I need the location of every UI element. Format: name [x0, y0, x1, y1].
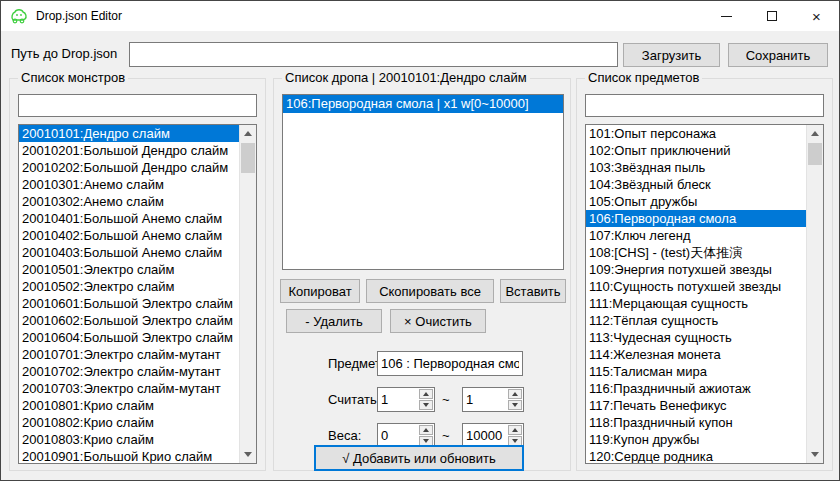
scrollbar-thumb[interactable] — [241, 143, 255, 173]
scroll-down-icon[interactable] — [240, 446, 256, 463]
count-min-stepper[interactable] — [377, 387, 435, 412]
item-label: Предмет: — [328, 356, 384, 371]
list-item[interactable]: 111:Мерцающая сущность — [586, 295, 806, 312]
item-search-input[interactable] — [585, 94, 824, 117]
list-item[interactable]: 20010803:Крио слайм — [19, 431, 239, 448]
close-icon: × — [812, 9, 821, 24]
minimize-icon — [721, 16, 732, 17]
list-item[interactable]: 114:Железная монета — [586, 346, 806, 363]
drop-group-title: Список дропа | 20010101:Дендро слайм — [282, 70, 530, 85]
scroll-down-icon[interactable] — [807, 446, 823, 463]
list-item[interactable]: 20010501:Электро слайм — [19, 261, 239, 278]
list-item[interactable]: 116:Праздничный ажиотаж — [586, 380, 806, 397]
spin-down-icon[interactable] — [508, 400, 522, 410]
list-item[interactable]: 105:Опыт дружбы — [586, 193, 806, 210]
weight-label: Веса: — [328, 428, 361, 443]
list-item[interactable]: 20010801:Крио слайм — [19, 397, 239, 414]
count-label: Считать — [328, 392, 377, 407]
list-item[interactable]: 110:Сущность потухшей звезды — [586, 278, 806, 295]
monster-list[interactable]: 20010101:Дендро слайм20010201:Большой Де… — [18, 124, 257, 464]
monsters-group-title: Список монстров — [18, 70, 128, 85]
app-icon — [10, 7, 28, 25]
list-item[interactable]: 109:Энергия потухшей звезды — [586, 261, 806, 278]
app-window: Drop.json Editor × Путь до Drop.json Заг… — [0, 0, 840, 481]
monsters-group: Список монстров 20010101:Дендро слайм200… — [9, 78, 266, 471]
path-label: Путь до Drop.json — [11, 46, 117, 61]
scroll-up-icon[interactable] — [240, 125, 256, 142]
spin-up-icon[interactable] — [419, 425, 433, 435]
list-item[interactable]: 20010703:Электро слайм-мутант — [19, 380, 239, 397]
minimize-button[interactable] — [704, 1, 749, 31]
items-group: Список предметов 101:Опыт персонажа102:О… — [576, 78, 833, 471]
list-item[interactable]: 103:Звёздная пыль — [586, 159, 806, 176]
weight-max-input[interactable] — [463, 424, 507, 447]
spin-up-icon[interactable] — [508, 389, 522, 399]
scroll-up-icon[interactable] — [807, 125, 823, 142]
list-item[interactable]: 113:Чудесная сущность — [586, 329, 806, 346]
copy-button[interactable]: Копироват — [280, 279, 360, 303]
maximize-button[interactable] — [749, 1, 794, 31]
item-list[interactable]: 101:Опыт персонажа102:Опыт приключений10… — [585, 124, 824, 464]
spin-up-icon[interactable] — [419, 389, 433, 399]
list-item[interactable]: 20010402:Большой Анемо слайм — [19, 227, 239, 244]
list-item[interactable]: 106:Первородная смола | x1 w[0~10000] — [283, 95, 563, 113]
list-item[interactable]: 112:Тёплая сущность — [586, 312, 806, 329]
weight-min-input[interactable] — [378, 424, 418, 447]
list-item[interactable]: 20010901:Большой Крио слайм — [19, 448, 239, 464]
window-title: Drop.json Editor — [36, 9, 122, 23]
weight-tilde: ~ — [442, 428, 450, 443]
paste-button[interactable]: Вставить — [500, 279, 566, 303]
list-item[interactable]: 106:Первородная смола — [586, 210, 806, 227]
items-group-title: Список предметов — [585, 70, 702, 85]
list-item[interactable]: 118:Праздничный купон — [586, 414, 806, 431]
count-tilde: ~ — [442, 392, 450, 407]
list-item[interactable]: 20010403:Большой Анемо слайм — [19, 244, 239, 261]
list-item[interactable]: 20010604:Большой Электро слайм — [19, 329, 239, 346]
spin-down-icon[interactable] — [419, 400, 433, 410]
list-item[interactable]: 108:[CHS] - (test)天体推演 — [586, 244, 806, 261]
list-item[interactable]: 20010201:Большой Дендро слайм — [19, 142, 239, 159]
item-list-scrollbar[interactable] — [806, 125, 823, 463]
spin-up-icon[interactable] — [508, 425, 522, 435]
list-item[interactable]: 20010701:Электро слайм-мутант — [19, 346, 239, 363]
list-item[interactable]: 102:Опыт приключений — [586, 142, 806, 159]
list-item[interactable]: 119:Купон дружбы — [586, 431, 806, 448]
list-item[interactable]: 20010601:Большой Электро слайм — [19, 295, 239, 312]
list-item[interactable]: 20010702:Электро слайм-мутант — [19, 363, 239, 380]
count-min-input[interactable] — [378, 388, 418, 411]
list-item[interactable]: 117:Печать Венефикус — [586, 397, 806, 414]
close-button[interactable]: × — [794, 1, 839, 31]
list-item[interactable]: 20010301:Анемо слайм — [19, 176, 239, 193]
maximize-icon — [767, 11, 777, 21]
delete-button[interactable]: - Удалить — [286, 309, 382, 333]
item-input[interactable] — [377, 351, 523, 376]
list-item[interactable]: 20010802:Крио слайм — [19, 414, 239, 431]
list-item[interactable]: 120:Сердце родника — [586, 448, 806, 464]
monster-search-input[interactable] — [18, 94, 257, 117]
clear-button[interactable]: × Очистить — [390, 309, 486, 333]
list-item[interactable]: 20010302:Анемо слайм — [19, 193, 239, 210]
list-item[interactable]: 20010602:Большой Электро слайм — [19, 312, 239, 329]
count-max-stepper[interactable] — [462, 387, 524, 412]
drop-list[interactable]: 106:Первородная смола | x1 w[0~10000] — [282, 94, 564, 270]
drop-group: Список дропа | 20010101:Дендро слайм 106… — [273, 78, 571, 471]
list-item[interactable]: 20010202:Большой Дендро слайм — [19, 159, 239, 176]
scrollbar-thumb[interactable] — [808, 143, 822, 165]
title-bar[interactable]: Drop.json Editor × — [1, 1, 839, 31]
count-max-input[interactable] — [463, 388, 507, 411]
path-input[interactable] — [129, 42, 618, 67]
list-item[interactable]: 101:Опыт персонажа — [586, 125, 806, 142]
list-item[interactable]: 20010502:Электро слайм — [19, 278, 239, 295]
copy-all-button[interactable]: Скопировать все — [366, 279, 494, 303]
add-or-update-button[interactable]: √ Добавить или обновить — [314, 445, 524, 471]
save-button[interactable]: Сохранить — [728, 43, 828, 67]
list-item[interactable]: 20010401:Большой Анемо слайм — [19, 210, 239, 227]
list-item[interactable]: 104:Звёздный блеск — [586, 176, 806, 193]
monster-list-scrollbar[interactable] — [239, 125, 256, 463]
load-button[interactable]: Загрузить — [623, 43, 720, 67]
list-item[interactable]: 115:Талисман мира — [586, 363, 806, 380]
list-item[interactable]: 20010101:Дендро слайм — [19, 125, 239, 142]
list-item[interactable]: 107:Ключ легенд — [586, 227, 806, 244]
